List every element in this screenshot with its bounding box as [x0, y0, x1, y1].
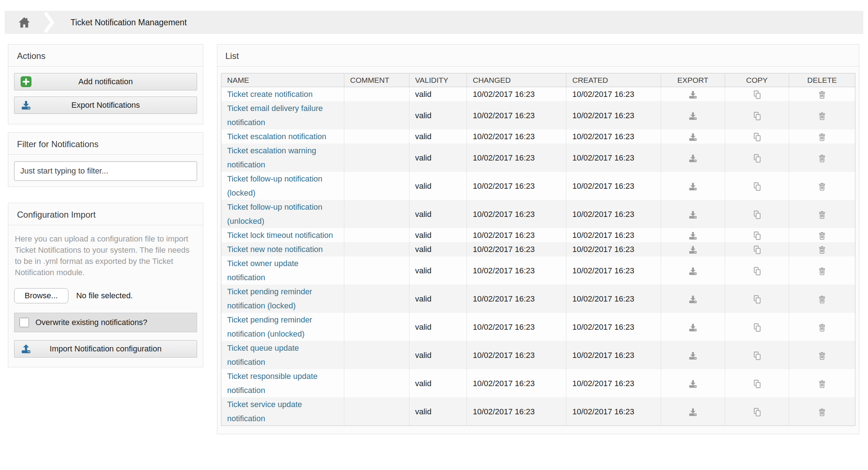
trash-icon[interactable]	[817, 407, 827, 418]
validity-cell: valid	[409, 87, 467, 102]
notification-name-link[interactable]: Ticket service update notification	[227, 400, 302, 423]
copy-icon[interactable]	[752, 379, 762, 389]
export-download-icon[interactable]	[688, 244, 698, 255]
trash-icon[interactable]	[817, 89, 827, 100]
notification-name-link[interactable]: Ticket new note notification	[227, 245, 323, 254]
trash-icon[interactable]	[817, 322, 827, 333]
export-download-icon[interactable]	[688, 407, 698, 418]
notification-name-link[interactable]: Ticket lock timeout notification	[227, 231, 333, 240]
configuration-import-panel: Configuration Import Here you can upload…	[8, 203, 203, 367]
browse-button[interactable]: Browse...	[14, 288, 68, 303]
page-title: Ticket Notification Management	[71, 18, 187, 27]
copy-icon[interactable]	[752, 244, 762, 255]
notification-name-link[interactable]: Ticket queue update notification	[227, 343, 299, 367]
comment-cell	[344, 200, 409, 228]
changed-cell: 10/02/2017 16:23	[467, 200, 566, 228]
copy-icon[interactable]	[752, 181, 762, 192]
validity-cell: valid	[409, 341, 467, 369]
changed-cell: 10/02/2017 16:23	[467, 397, 566, 426]
trash-icon[interactable]	[817, 294, 827, 305]
trash-icon[interactable]	[817, 153, 827, 164]
copy-icon[interactable]	[752, 266, 762, 277]
trash-icon[interactable]	[817, 379, 827, 389]
export-download-icon[interactable]	[688, 350, 698, 361]
col-header-copy: COPY	[725, 73, 789, 87]
export-download-icon[interactable]	[688, 266, 698, 277]
export-download-icon[interactable]	[688, 209, 698, 220]
notification-name-link[interactable]: Ticket follow-up notification (locked)	[227, 174, 322, 197]
filter-input[interactable]	[14, 161, 197, 181]
trash-icon[interactable]	[817, 244, 827, 255]
copy-icon[interactable]	[752, 111, 762, 121]
export-download-icon[interactable]	[688, 153, 698, 164]
notification-name-link[interactable]: Ticket escalation warning notification	[227, 146, 316, 169]
changed-cell: 10/02/2017 16:23	[467, 341, 566, 369]
copy-icon[interactable]	[752, 230, 762, 241]
import-notification-configuration-button[interactable]: Import Notification configuration	[14, 340, 197, 358]
filter-panel-title: Filter for Notifications	[8, 133, 203, 155]
created-cell: 10/02/2017 16:23	[566, 129, 661, 144]
copy-icon[interactable]	[752, 294, 762, 305]
table-header-row: NAME COMMENT VALIDITY CHANGED CREATED EX…	[221, 73, 855, 87]
trash-icon[interactable]	[817, 230, 827, 241]
add-notification-button[interactable]: Add notification	[14, 73, 197, 90]
export-download-icon[interactable]	[688, 89, 698, 100]
trash-icon[interactable]	[817, 111, 827, 121]
changed-cell: 10/02/2017 16:23	[467, 144, 566, 172]
table-row: Ticket escalation warning notification v…	[221, 144, 855, 172]
export-notifications-button[interactable]: Export Notifications	[14, 97, 197, 114]
copy-icon[interactable]	[752, 153, 762, 164]
export-download-icon[interactable]	[688, 230, 698, 241]
copy-icon[interactable]	[752, 132, 762, 142]
col-header-name: NAME	[221, 73, 344, 87]
table-row: Ticket new note notification valid 10/02…	[221, 242, 855, 256]
validity-cell: valid	[409, 397, 467, 426]
notification-table: NAME COMMENT VALIDITY CHANGED CREATED EX…	[221, 73, 855, 426]
trash-icon[interactable]	[817, 350, 827, 361]
overwrite-checkbox[interactable]	[20, 318, 29, 327]
col-header-changed: CHANGED	[467, 73, 566, 87]
notification-name-link[interactable]: Ticket pending reminder notification (lo…	[227, 287, 312, 310]
export-download-icon[interactable]	[688, 379, 698, 389]
notification-name-link[interactable]: Ticket owner update notification	[227, 259, 298, 282]
created-cell: 10/02/2017 16:23	[566, 200, 661, 228]
copy-icon[interactable]	[752, 209, 762, 220]
import-notification-configuration-label: Import Notification configuration	[50, 344, 161, 354]
created-cell: 10/02/2017 16:23	[566, 285, 661, 313]
notification-name-link[interactable]: Ticket responsible update notification	[227, 372, 318, 395]
copy-icon[interactable]	[752, 89, 762, 100]
export-download-icon[interactable]	[688, 322, 698, 333]
notification-name-link[interactable]: Ticket create notification	[227, 90, 312, 99]
comment-cell	[344, 144, 409, 172]
breadcrumb: Ticket Notification Management	[5, 11, 863, 34]
copy-icon[interactable]	[752, 350, 762, 361]
notification-name-link[interactable]: Ticket escalation notification	[227, 132, 326, 141]
notification-name-link[interactable]: Ticket pending reminder notification (un…	[227, 315, 312, 338]
trash-icon[interactable]	[817, 209, 827, 220]
home-button[interactable]	[5, 17, 44, 28]
export-download-icon[interactable]	[688, 181, 698, 192]
trash-icon[interactable]	[817, 266, 827, 277]
validity-cell: valid	[409, 228, 467, 242]
changed-cell: 10/02/2017 16:23	[467, 369, 566, 397]
export-download-icon[interactable]	[688, 294, 698, 305]
comment-cell	[344, 228, 409, 242]
copy-icon[interactable]	[752, 407, 762, 418]
comment-cell	[344, 369, 409, 397]
validity-cell: valid	[409, 256, 467, 285]
created-cell: 10/02/2017 16:23	[566, 369, 661, 397]
export-download-icon[interactable]	[688, 132, 698, 142]
list-panel: List NAME COMMENT VALIDITY CHANGED CREAT…	[217, 44, 859, 434]
sidebar: Actions Add notification	[8, 44, 203, 367]
created-cell: 10/02/2017 16:23	[566, 341, 661, 369]
created-cell: 10/02/2017 16:23	[566, 256, 661, 285]
validity-cell: valid	[409, 285, 467, 313]
table-row: Ticket escalation notification valid 10/…	[221, 129, 855, 144]
changed-cell: 10/02/2017 16:23	[467, 313, 566, 341]
trash-icon[interactable]	[817, 132, 827, 142]
notification-name-link[interactable]: Ticket follow-up notification (unlocked)	[227, 202, 322, 226]
trash-icon[interactable]	[817, 181, 827, 192]
copy-icon[interactable]	[752, 322, 762, 333]
notification-name-link[interactable]: Ticket email delivery failure notificati…	[227, 104, 323, 127]
export-download-icon[interactable]	[688, 111, 698, 121]
